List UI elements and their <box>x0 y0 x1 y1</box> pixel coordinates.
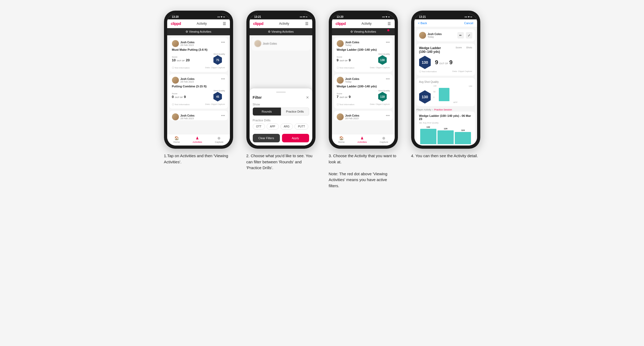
user-name-3-1: Josh Coles <box>345 41 359 44</box>
show-label: Show <box>253 103 309 106</box>
chip-app[interactable]: APP <box>267 123 279 130</box>
phone-column-1: 13:20 ▪▪▪ ▾ ▪▪ clippd Activity ☰ ⚙ Viewi… <box>161 11 236 165</box>
menu-icon-3[interactable]: ☰ <box>388 22 391 26</box>
menu-icon-2[interactable]: ☰ <box>305 22 309 26</box>
time-3: 13:20 <box>337 15 344 18</box>
score-label-3-2: Score <box>337 92 351 95</box>
cancel-button-4[interactable]: Cancel <box>464 22 473 25</box>
more-dots-3-3[interactable]: ••• <box>386 113 390 118</box>
header-title-2: Activity <box>279 22 289 25</box>
user-details-3-1: Josh Coles Today <box>345 41 359 46</box>
blurred-avatar <box>254 40 261 47</box>
detail-score-labels-4: Score Shots <box>456 46 472 49</box>
detail-quality-hex-4: 130 <box>419 56 431 69</box>
footer-right-1-1: Data: Clippd Capture <box>205 66 225 69</box>
phone-screen-2: 13:21 ▪▪▪ ▾ ▪▪ clippd Activity ☰ ⚙ Viewi… <box>250 14 312 146</box>
user-details-1-2: Josh Coles 28 Feb 2023 <box>180 78 195 83</box>
home-icon-3: 🏠 <box>339 136 344 140</box>
nav-activities-label-1: Activities <box>193 141 202 143</box>
user-details-1-3: Josh Coles 28 Feb 2023 <box>180 114 195 120</box>
apply-button[interactable]: Apply <box>282 134 309 142</box>
modal-actions: Clear Filters Apply <box>253 134 309 142</box>
user-name-1-3: Josh Coles <box>180 114 195 117</box>
activity-card-1-2[interactable]: Josh Coles 28 Feb 2023 ••• Putting Combi… <box>169 74 228 109</box>
filter-sheet: Filter ✕ Show Rounds Practice Drills Pra… <box>250 88 312 146</box>
chart-title-4: Wedge Ladder (100–140 yds) - 06 Mar 23 <box>419 114 472 121</box>
activity-card-3-2[interactable]: Josh Coles Today ••• Wedge Ladder (100–1… <box>334 74 393 109</box>
back-button-4[interactable]: < Back <box>418 22 427 25</box>
avg-shot-title-4: Avg Shot Quality <box>419 80 472 83</box>
quality-block-3-2: Shot Quality 118 <box>378 89 390 101</box>
capture-icon-3: ⊕ <box>382 136 385 140</box>
rounds-toggle[interactable]: Rounds <box>253 108 281 116</box>
bar-val-4-2: 129 <box>444 127 447 130</box>
viewing-activities-bar-2[interactable]: ⚙ Viewing Activities <box>250 28 312 35</box>
quality-badge-1-1: 75 <box>213 55 222 65</box>
time-1: 13:20 <box>172 15 179 18</box>
score-label-1-2: Score <box>172 92 186 95</box>
nav-capture-1[interactable]: ⊕ Capture <box>215 136 223 143</box>
close-button[interactable]: ✕ <box>306 95 309 100</box>
more-dots-3-2[interactable]: ••• <box>386 77 390 81</box>
nav-activities-3[interactable]: ♟ Activities <box>357 136 367 143</box>
clear-filters-button[interactable]: Clear Filters <box>253 134 280 142</box>
chart-subtitle-4: Avg Shot Quality <box>419 122 472 124</box>
bar-val-4-1: 132 <box>426 126 430 128</box>
edit-icon-4[interactable]: ✏ <box>457 32 464 39</box>
stats-row-3-2: Score 7 OUT OF 9 Shot Quality 1 <box>337 89 390 101</box>
screen-content-1: Josh Coles 28 Feb 2023 ••• Must Make Put… <box>167 35 230 134</box>
nav-capture-3[interactable]: ⊕ Capture <box>380 136 388 143</box>
quality-badge-1-2: 45 <box>213 92 222 101</box>
card-header-3-1: Josh Coles Today ••• <box>337 40 390 47</box>
score-label-1-1: Score <box>172 56 190 58</box>
y-axis-4: 100 50 0 <box>433 85 437 98</box>
activity-card-1-1[interactable]: Josh Coles 28 Feb 2023 ••• Must Make Put… <box>169 37 228 72</box>
activity-card-3-3[interactable]: Josh Coles 28 Feb 2023 ••• <box>334 111 393 120</box>
viewing-activities-label-2: ⚙ Viewing Activities <box>268 30 294 33</box>
menu-icon-1[interactable]: ☰ <box>223 22 226 26</box>
more-dots-1-3[interactable]: ••• <box>221 113 225 118</box>
app-header-2: clippd Activity ☰ <box>250 19 312 28</box>
viewing-activities-label-1: ⚙ Viewing Activities <box>186 30 211 33</box>
player-activity-label-4: Player Activity › Practice Session <box>416 108 475 111</box>
expand-icon-4[interactable]: ⤢ <box>466 32 472 39</box>
detail-score-row-4: 130 9 OUT OF 9 <box>419 56 472 69</box>
nav-activities-1[interactable]: ♟ Activities <box>193 136 202 143</box>
avatar-3-1 <box>337 40 344 47</box>
more-dots-1-1[interactable]: ••• <box>221 40 225 44</box>
detail-footer-4: ⓘ Test Information Data: Clippd Capture <box>419 70 472 73</box>
bar-item-4-2: 129 <box>437 127 454 144</box>
battery-icon-3: ▪▪ <box>388 15 390 18</box>
status-bar-3: 13:20 ▪▪▪ ▾ ▪▪ <box>332 14 395 19</box>
detail-user-card-4: Josh Coles Today ✏ ⤢ <box>416 29 475 41</box>
detail-score-header-4: Wedge Ladder(100–140 yds) Score Shots <box>419 46 472 54</box>
quality-badge-3-2: 118 <box>378 92 387 101</box>
phone-frame-4: 13:21 ▪▪▪ ▾ ▪▪ < Back Cancel <box>411 11 480 149</box>
chip-group: OTT APP ARG PUTT <box>253 123 309 130</box>
modal-header: Filter ✕ <box>253 95 309 100</box>
signal-icon-4: ▪▪▪ <box>465 15 468 18</box>
viewing-activities-bar-3[interactable]: ⚙ Viewing Activities <box>332 28 395 35</box>
quality-block-1-2: Shot Quality 45 <box>213 89 225 101</box>
blurred-user-details: Josh Coles <box>263 42 277 45</box>
activity-card-1-3[interactable]: Josh Coles 28 Feb 2023 ••• <box>169 111 228 120</box>
status-bar-4: 13:21 ▪▪▪ ▾ ▪▪ <box>414 14 477 19</box>
activity-card-3-1[interactable]: Josh Coles Today ••• Wedge Ladder (100–1… <box>334 37 393 72</box>
single-bar-4 <box>439 88 449 101</box>
filter-modal-container: Josh Coles Filter ✕ Show <box>250 35 312 146</box>
nav-home-1[interactable]: 🏠 Home <box>174 136 180 143</box>
more-dots-1-2[interactable]: ••• <box>221 77 225 81</box>
activities-icon-3: ♟ <box>360 136 364 140</box>
quality-label-3-1: Shot Quality <box>378 53 390 55</box>
footer-right-1-2: Data: Clippd Capture <box>205 103 225 106</box>
chip-ott[interactable]: OTT <box>253 123 265 130</box>
score-block-1-2: Score 0 OUT OF 9 <box>172 92 186 99</box>
user-name-3-2: Josh Coles <box>345 78 359 80</box>
chip-putt[interactable]: PUTT <box>294 123 308 130</box>
practice-drills-toggle[interactable]: Practice Drills <box>281 108 309 116</box>
viewing-activities-bar-1[interactable]: ⚙ Viewing Activities <box>167 28 230 35</box>
chip-arg[interactable]: ARG <box>280 123 293 130</box>
nav-home-3[interactable]: 🏠 Home <box>338 136 345 143</box>
app-header-3: clippd Activity ☰ <box>332 19 395 28</box>
more-dots-3-1[interactable]: ••• <box>386 40 390 44</box>
